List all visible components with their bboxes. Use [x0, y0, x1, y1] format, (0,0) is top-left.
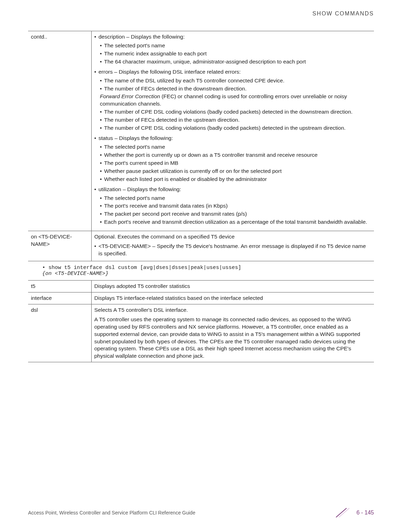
table-row: interface Displays T5 interface-related …: [28, 292, 374, 304]
param-cell: contd..: [28, 31, 91, 231]
page-footer: Access Point, Wireless Controller and Se…: [28, 507, 374, 518]
param-cell: t5: [28, 280, 91, 292]
bullet-sub-item: The port's current speed in MB: [94, 160, 371, 167]
bullet-sub-item: The packet per second port receive and t…: [94, 210, 371, 218]
bullet-item: utilization – Displays the following:: [94, 186, 371, 193]
page-header-section: SHOW COMMANDS: [28, 11, 374, 17]
bullet-sub-item: The number of CPE DSL coding violations …: [94, 124, 371, 132]
bullet-sub-item: The number of CPE DSL coding violations …: [94, 108, 371, 116]
param-cell: interface: [28, 292, 91, 304]
page-slash-icon: [333, 507, 354, 518]
table-row: on <T5-DEVICE-NAME> Optional. Executes t…: [28, 231, 374, 261]
bullet-sub-item: The port's receive and transmit data rat…: [94, 202, 371, 210]
bullet-sub-item: The number of FECs detected in the upstr…: [94, 116, 371, 124]
code-line-2: {on <T5-DEVICE-NAME>}: [42, 271, 108, 277]
note-em: Forward Error Correction: [100, 93, 160, 99]
svg-line-1: [339, 508, 349, 517]
table-row: t5 Displays adopted T5 controller statis…: [28, 280, 374, 292]
bullet-sub-item: The selected port's name: [94, 143, 371, 151]
bullet-item: errors – Displays the following DSL inte…: [94, 68, 371, 76]
bullet-item: description – Displays the following:: [94, 33, 371, 41]
desc-cell: Optional. Executes the command on a spec…: [91, 231, 374, 261]
param-table-1: contd.. description – Displays the follo…: [28, 31, 374, 261]
bullet-sub-item: The numeric index assignable to each por…: [94, 50, 371, 58]
desc-cell: Selects A T5 controller's DSL interface.…: [91, 304, 374, 362]
bullet-sub-item: Each port's receive and transmit directi…: [94, 218, 371, 226]
bullet-sub-item: The name of the DSL utilized by each T5 …: [94, 77, 371, 85]
bullet-sub-item: The selected port's name: [94, 195, 371, 202]
bullet-sub-item: Whether the port is currently up or down…: [94, 151, 371, 159]
svg-line-0: [336, 508, 347, 517]
code-example: • show t5 interface dsl custom [avg|dses…: [28, 265, 374, 277]
table-row: contd.. description – Displays the follo…: [28, 31, 374, 231]
bullet-sub-item: The 64 character maximum, unique, admini…: [94, 58, 371, 66]
param-cell: dsl: [28, 304, 91, 362]
footer-left-text: Access Point, Wireless Controller and Se…: [28, 510, 195, 516]
bullet-item: <T5-DEVICE-NAME> – Specify the T5 device…: [94, 243, 371, 257]
bullet-sub-item: Whether each listed port is enabled or d…: [94, 176, 371, 183]
desc-cell: Displays T5 interface-related statistics…: [91, 292, 374, 304]
footer-page-decoration: 6 - 145: [333, 507, 374, 518]
desc-para-2: A T5 controller uses the operating syste…: [94, 316, 371, 360]
param-cell: on <T5-DEVICE-NAME>: [28, 231, 91, 261]
desc-cell: Displays adopted T5 controller statistic…: [91, 280, 374, 292]
desc-cell: description – Displays the following: Th…: [91, 31, 374, 231]
bullet-sub-item: The selected port's name: [94, 42, 371, 49]
bullet-sub-item: Whether pause packet utilization is curr…: [94, 168, 371, 175]
desc-para-1: Selects A T5 controller's DSL interface.: [94, 307, 371, 314]
table-row: dsl Selects A T5 controller's DSL interf…: [28, 304, 374, 362]
bullet-text: <T5-DEVICE-NAME> – Specify the T5 device…: [99, 243, 366, 256]
param-table-2: t5 Displays adopted T5 controller statis…: [28, 280, 374, 362]
page-number: 6 - 145: [356, 510, 374, 516]
bullet-item: status – Displays the following:: [94, 135, 371, 142]
note-text: Forward Error Correction (FEC) or channe…: [94, 93, 371, 108]
plain-text: Optional. Executes the command on a spec…: [94, 233, 371, 241]
code-line-1: • show t5 interface dsl custom [avg|dses…: [42, 265, 241, 271]
bullet-sub-item: The number of FECs detected in the downs…: [94, 85, 371, 93]
